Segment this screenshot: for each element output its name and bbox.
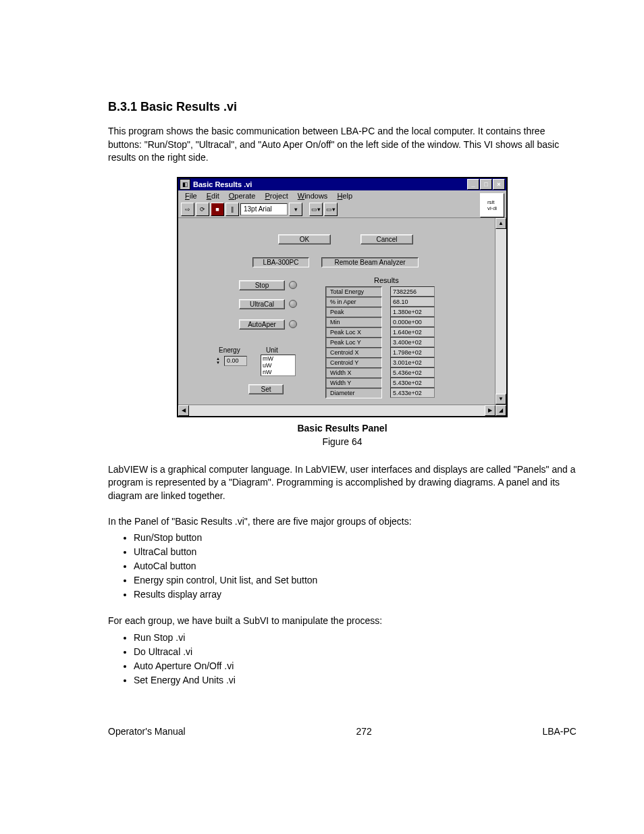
- unit-listbox[interactable]: mW uW nW: [261, 355, 296, 376]
- result-value: 0.000e+00: [390, 317, 435, 327]
- labview-icon: ◧: [180, 179, 190, 190]
- subvi-list: Run Stop .viDo Ultracal .viAuto Aperture…: [134, 632, 576, 685]
- dropdown-icon[interactable]: ▾: [289, 203, 302, 216]
- ok-button[interactable]: OK: [278, 234, 331, 244]
- intro-paragraph: This program shows the basic communicati…: [108, 125, 576, 165]
- toolbar: ⇨ ⟳ ■ ∥ 13pt Arial ▾ ▭▾ ▭▾: [178, 201, 506, 218]
- result-value: 5.433e+02: [390, 388, 435, 398]
- scroll-down-icon[interactable]: ▼: [495, 394, 506, 405]
- result-label: Width Y: [325, 377, 382, 388]
- menu-file[interactable]: File: [181, 191, 201, 201]
- result-value: 1.640e+02: [390, 327, 435, 337]
- result-row: Total Energy7382256: [325, 287, 435, 296]
- groups-list: Run/Stop buttonUltraCal buttonAutoCal bu…: [134, 532, 576, 600]
- unit-option-nw[interactable]: nW: [261, 369, 295, 375]
- menu-operate[interactable]: Operate: [225, 191, 260, 201]
- menu-help[interactable]: Help: [333, 191, 356, 201]
- screenshot: ◧ Basic Results .vi _ □ × File Edit Oper…: [177, 177, 508, 417]
- autoaper-button[interactable]: AutoAper: [239, 319, 285, 330]
- resize-grip-icon[interactable]: ◢: [495, 405, 506, 416]
- result-value: 1.798e+02: [390, 347, 435, 357]
- abort-icon[interactable]: ■: [211, 203, 224, 216]
- pause-icon[interactable]: ∥: [225, 203, 239, 216]
- list-item: Auto Aperture On/Off .vi: [134, 660, 576, 671]
- result-label: Total Energy: [325, 286, 382, 297]
- scroll-up-icon[interactable]: ▲: [495, 218, 506, 229]
- figure-number: Figure 64: [108, 436, 576, 447]
- result-label: Peak Loc Y: [325, 337, 382, 348]
- run-icon[interactable]: ⇨: [181, 203, 194, 216]
- paragraph-3: In the Panel of "Basic Results .vi", the…: [108, 515, 576, 529]
- footer-right: LBA-PC: [542, 726, 576, 737]
- list-item: Set Energy And Units .vi: [134, 675, 576, 685]
- result-value: 5.436e+02: [390, 367, 435, 377]
- menu-project[interactable]: Project: [261, 191, 292, 201]
- maximize-button[interactable]: □: [480, 179, 492, 190]
- client-area: ▲ ▼ OK Cancel LBA-300PC Remote Beam Anal…: [178, 218, 506, 405]
- result-label: Peak Loc X: [325, 327, 382, 338]
- energy-field[interactable]: 0.00: [224, 356, 247, 366]
- ultracal-led-icon: [289, 300, 297, 308]
- result-label: % in Aper: [325, 296, 382, 307]
- set-button[interactable]: Set: [248, 384, 284, 394]
- list-item: UltraCal button: [134, 546, 576, 557]
- scroll-left-icon[interactable]: ◀: [178, 405, 189, 416]
- result-value: 7382256: [390, 286, 435, 296]
- result-label: Peak: [325, 307, 382, 317]
- cancel-button[interactable]: Cancel: [360, 234, 413, 244]
- minimize-button[interactable]: _: [467, 179, 479, 190]
- distribute-icon[interactable]: ▭▾: [324, 203, 338, 216]
- result-row: Peak1.380e+02: [325, 307, 435, 317]
- result-value: 3.400e+02: [390, 337, 435, 347]
- horizontal-scrollbar[interactable]: ◀ ▶ ◢: [178, 405, 506, 416]
- unit-option-uw[interactable]: uW: [261, 362, 295, 369]
- list-item: Do Ultracal .vi: [134, 646, 576, 657]
- ultracal-button[interactable]: UltraCal: [239, 299, 285, 309]
- energy-spinner[interactable]: ▲▼: [216, 357, 220, 365]
- vi-icon[interactable]: rsltvi·di: [480, 193, 504, 217]
- result-row: Width X5.436e+02: [325, 368, 435, 377]
- stop-button[interactable]: Stop: [239, 280, 285, 290]
- paragraph-4: For each group, we have built a SubVI to…: [108, 615, 576, 628]
- stop-led-icon: [289, 281, 297, 289]
- menubar: File Edit Operate Project Windows Help: [178, 190, 506, 201]
- result-row: Peak Loc Y3.400e+02: [325, 338, 435, 347]
- section-heading: B.3.1 Basic Results .vi: [108, 100, 576, 114]
- result-value: 3.001e+02: [390, 357, 435, 367]
- result-row: % in Aper68.10: [325, 297, 435, 307]
- device-desc-label: Remote Beam Analyzer: [321, 257, 419, 267]
- device-label: LBA-300PC: [252, 257, 309, 267]
- autoaper-led-icon: [289, 320, 297, 328]
- window-title: Basic Results .vi: [193, 180, 467, 188]
- list-item: Run/Stop button: [134, 532, 576, 543]
- result-label: Centroid Y: [325, 357, 382, 368]
- list-item: Energy spin control, Unit list, and Set …: [134, 575, 576, 585]
- page-footer: Operator's Manual 272 LBA-PC: [108, 726, 576, 737]
- scroll-right-icon[interactable]: ▶: [485, 405, 495, 416]
- font-selector[interactable]: 13pt Arial: [240, 203, 288, 215]
- result-value: 68.10: [390, 296, 435, 307]
- result-row: Centroid X1.798e+02: [325, 348, 435, 357]
- list-item: Run Stop .vi: [134, 632, 576, 643]
- energy-label: Energy: [219, 346, 240, 354]
- result-row: Width Y5.430e+02: [325, 378, 435, 388]
- close-button[interactable]: ×: [493, 179, 505, 190]
- paragraph-2: LabVIEW is a graphical computer language…: [108, 463, 576, 503]
- result-row: Peak Loc X1.640e+02: [325, 328, 435, 337]
- vertical-scrollbar[interactable]: ▲ ▼: [495, 218, 506, 405]
- menu-edit[interactable]: Edit: [203, 191, 223, 201]
- menu-windows[interactable]: Windows: [294, 191, 332, 201]
- unit-label: Unit: [266, 346, 278, 354]
- list-item: AutoCal button: [134, 561, 576, 571]
- result-label: Min: [325, 317, 382, 328]
- result-row: Diameter5.433e+02: [325, 388, 435, 398]
- result-label: Centroid X: [325, 347, 382, 358]
- footer-left: Operator's Manual: [108, 726, 186, 737]
- result-value: 1.380e+02: [390, 307, 435, 317]
- run-cont-icon[interactable]: ⟳: [196, 203, 209, 216]
- result-row: Centroid Y3.001e+02: [325, 358, 435, 367]
- unit-option-mw[interactable]: mW: [261, 355, 295, 362]
- results-title: Results: [374, 276, 399, 284]
- list-item: Results display array: [134, 589, 576, 600]
- align-icon[interactable]: ▭▾: [309, 203, 323, 216]
